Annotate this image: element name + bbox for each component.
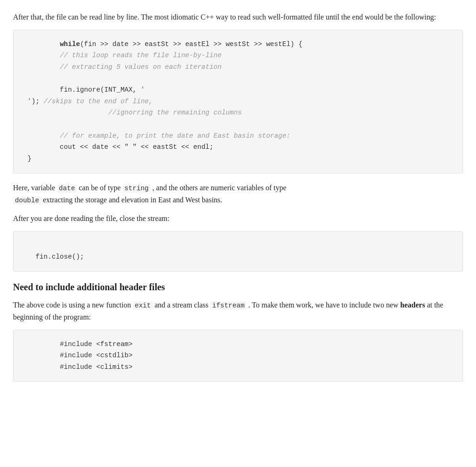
comment-extracting: // extracting 5 values on each iteration — [60, 63, 222, 71]
para2-text-after-date: can be of type — [77, 184, 122, 192]
intro-paragraph: After that, the file can be read line by… — [13, 11, 463, 23]
code-block-close: fin.close(); — [13, 231, 463, 272]
para4: The above code is using a new function e… — [13, 299, 463, 323]
para4-bold-headers: headers — [400, 301, 425, 309]
para2-text-rest: , and the others are numeric variables o… — [151, 184, 286, 192]
include-fstream: #include <fstream> — [60, 340, 133, 348]
para3: After you are done reading the file, clo… — [13, 213, 463, 225]
para2-string-code: string — [123, 184, 151, 193]
comment-ignoring: //ignorring the remaining columns — [108, 109, 242, 116]
para2-double-code: double — [13, 196, 41, 205]
include-cstdlib: #include <cstdlib> — [60, 352, 133, 359]
para4-text-rest: . To make them work, we have to include … — [246, 301, 400, 309]
keyword-while: while — [60, 40, 80, 48]
comment-skips: //skips to the end of line, — [44, 98, 153, 105]
section-heading: Need to include additional header files — [13, 282, 463, 293]
para4-exit-code: exit — [133, 301, 153, 310]
para2-text-end: extracting the storage and elevation in … — [41, 196, 222, 204]
para4-text-before-exit: The above code is using a new function — [13, 301, 133, 309]
para2-date-code: date — [57, 184, 77, 193]
include-climits: #include <climits> — [60, 363, 133, 371]
code-block-while: while(fin >> date >> eastSt >> eastEl >>… — [13, 30, 463, 173]
para2: Here, variable date can be of type strin… — [13, 182, 463, 206]
code-block-includes: #include <fstream> #include <cstdlib> #i… — [13, 330, 463, 382]
code-fin-close: fin.close(); — [35, 253, 84, 260]
comment-loop: // this loop reads the file line-by-line — [60, 52, 222, 59]
para2-text-before: Here, variable — [13, 184, 57, 192]
para4-ifstream-code: ifstream — [210, 301, 246, 310]
comment-for-example: // for example, to print the date and Ea… — [60, 132, 291, 140]
para4-text-after-exit: and a stream class — [153, 301, 211, 309]
